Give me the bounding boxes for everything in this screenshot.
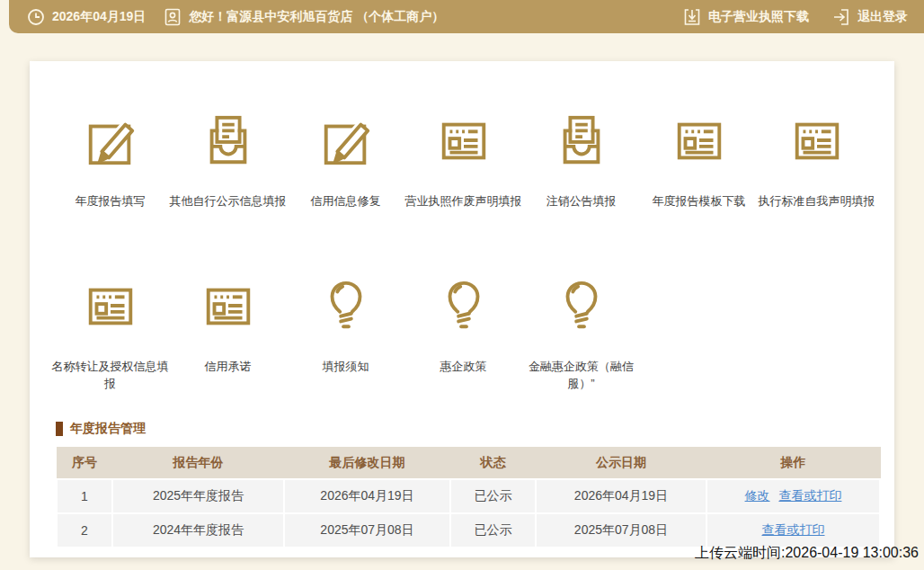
cell-published: 2025年07月08日 [536, 513, 706, 548]
cell-status: 已公示 [450, 479, 536, 513]
logout-label: 退出登录 [857, 9, 908, 25]
col-header-year: 报告年份 [112, 448, 284, 480]
feature-label: 营业执照作废声明填报 [405, 192, 522, 209]
cell-actions: 查看或打印 [706, 513, 880, 548]
license-download-label: 电子营业执照下载 [708, 9, 809, 25]
cell-no: 1 [57, 479, 112, 513]
lightbulb-icon [318, 279, 374, 334]
upload-time-text: 上传云端时间:2026-04-19 13:00:36 [695, 544, 919, 563]
table-row: 2 2024年年度报告 2025年07月08日 已公示 2025年07月08日 … [57, 513, 880, 548]
user-greeting: 您好！富源县中安利旭百货店 （个体工商户） [164, 8, 444, 26]
feature-label: 信用承诺 [170, 358, 287, 375]
feature-annual-report-fill[interactable]: 年度报告填写 [51, 113, 169, 209]
feature-label: 惠企政策 [405, 358, 522, 375]
cell-modified: 2025年07月08日 [284, 513, 450, 548]
top-bar: 2026年04月19日 您好！富源县中安利旭百货店 （个体工商户） 电子营业执照… [9, 0, 924, 33]
annual-report-table: 序号 报告年份 最后修改日期 状态 公示日期 操作 1 2025年年度报告 20… [56, 447, 881, 548]
table-header-row: 序号 报告年份 最后修改日期 状态 公示日期 操作 [57, 448, 880, 480]
feature-license-void-declaration[interactable]: 营业执照作废声明填报 [404, 113, 522, 209]
feature-label: 注销公告填报 [523, 192, 640, 209]
feature-enterprise-policy[interactable]: 惠企政策 [404, 279, 522, 392]
feature-label: 名称转让及授权信息填报 [52, 358, 169, 392]
modify-link[interactable]: 修改 [745, 488, 770, 503]
cell-actions: 修改 查看或打印 [706, 479, 880, 513]
date-display: 2026年04月19日 [27, 8, 146, 26]
cell-published: 2026年04月19日 [536, 479, 706, 513]
edit-square-icon [318, 113, 374, 169]
feature-filing-instructions[interactable]: 填报须知 [287, 279, 404, 392]
download-icon [683, 8, 701, 26]
view-or-print-link[interactable]: 查看或打印 [778, 488, 841, 503]
lightbulb-icon [436, 279, 492, 334]
col-header-actions: 操作 [706, 448, 880, 480]
browser-icon [789, 113, 845, 169]
cell-year: 2024年年度报告 [112, 513, 284, 548]
user-icon [164, 8, 182, 26]
section-title: 年度报告管理 [70, 421, 146, 437]
section-marker [56, 422, 63, 436]
feature-label: 金融惠企政策（融信服）” [523, 358, 640, 392]
browser-icon [671, 113, 727, 169]
logout-button[interactable]: 退出登录 [832, 8, 908, 26]
lightbulb-icon [554, 279, 609, 334]
view-or-print-link[interactable]: 查看或打印 [762, 522, 825, 537]
feature-label: 执行标准自我声明填报 [759, 192, 875, 209]
feature-finance-enterprise-policy[interactable]: 金融惠企政策（融信服）” [522, 279, 640, 392]
feature-label: 填报须知 [288, 358, 404, 375]
feature-credit-commitment[interactable]: 信用承诺 [169, 279, 287, 392]
browser-icon [83, 279, 138, 334]
browser-icon [436, 113, 492, 169]
inbox-doc-icon [554, 113, 609, 169]
feature-label: 信用信息修复 [288, 192, 404, 209]
col-header-published: 公示日期 [536, 448, 706, 480]
current-date: 2026年04月19日 [52, 9, 146, 25]
feature-label: 年度报告填写 [52, 192, 169, 209]
cell-year: 2025年年度报告 [112, 479, 284, 513]
cell-status: 已公示 [450, 513, 536, 548]
browser-icon [200, 279, 256, 334]
feature-cancellation-announcement[interactable]: 注销公告填报 [522, 113, 640, 209]
annual-report-section-header: 年度报告管理 [56, 421, 146, 437]
feature-grid-row2: 名称转让及授权信息填报 信用承诺 填报须知 惠企政策 金融惠企政策（融信服）” [51, 279, 640, 392]
feature-other-public-info[interactable]: 其他自行公示信息填报 [169, 113, 287, 209]
feature-grid-row1: 年度报告填写 其他自行公示信息填报 信用信息修复 营业执照作废声明填报 注销公告… [51, 113, 875, 209]
feature-name-transfer-authorization[interactable]: 名称转让及授权信息填报 [51, 279, 169, 392]
feature-report-template-download[interactable]: 年度报告模板下载 [640, 113, 758, 209]
feature-label: 年度报告模板下载 [641, 192, 758, 209]
logout-icon [832, 8, 850, 26]
col-header-modified: 最后修改日期 [284, 448, 450, 480]
edit-square-icon [83, 113, 138, 169]
inbox-doc-icon [200, 113, 256, 169]
col-header-no: 序号 [57, 448, 112, 480]
table-row: 1 2025年年度报告 2026年04月19日 已公示 2026年04月19日 … [57, 479, 880, 513]
cell-modified: 2026年04月19日 [284, 479, 450, 513]
col-header-status: 状态 [450, 448, 536, 480]
license-download-button[interactable]: 电子营业执照下载 [683, 8, 809, 26]
cell-no: 2 [57, 513, 112, 548]
feature-standard-self-declaration[interactable]: 执行标准自我声明填报 [758, 113, 875, 209]
main-card: 年度报告填写 其他自行公示信息填报 信用信息修复 营业执照作废声明填报 注销公告… [30, 61, 894, 557]
clock-icon [27, 8, 45, 26]
greeting-text: 您好！富源县中安利旭百货店 （个体工商户） [189, 9, 444, 25]
feature-credit-repair[interactable]: 信用信息修复 [287, 113, 404, 209]
feature-label: 其他自行公示信息填报 [170, 192, 287, 209]
